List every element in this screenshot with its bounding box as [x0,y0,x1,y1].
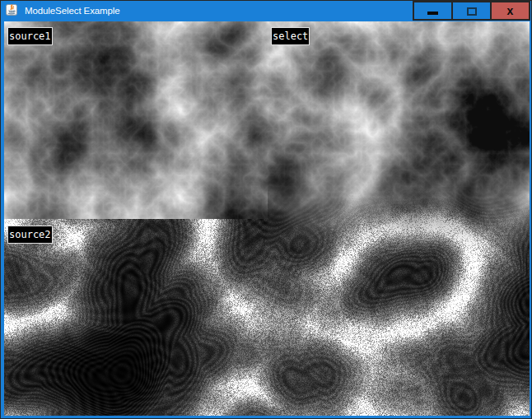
close-button[interactable]: x [490,1,530,21]
noise-canvas [4,21,530,416]
render-area: source1 select source2 [4,21,530,416]
titlebar[interactable]: ModuleSelect Example x [1,1,531,21]
java-app-icon [6,4,17,16]
label-source2: source2 [7,226,53,244]
maximize-button[interactable] [451,1,492,21]
label-select: select [271,27,310,45]
label-source1: source1 [7,27,53,45]
window-title: ModuleSelect Example [25,1,120,21]
maximize-icon [467,7,477,16]
window-buttons: x [413,1,530,21]
minimize-icon [427,12,438,15]
app-window: ModuleSelect Example x source1 select so… [0,0,532,419]
minimize-button[interactable] [413,1,453,21]
close-icon: x [507,5,514,16]
